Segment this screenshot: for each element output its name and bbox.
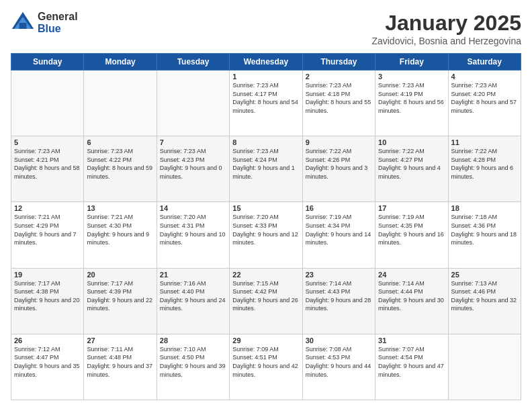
day-info: Sunrise: 7:16 AM Sunset: 4:40 PM Dayligh… [160,279,226,313]
calendar-cell-w2-d7: 11Sunrise: 7:22 AM Sunset: 4:28 PM Dayli… [448,136,521,202]
calendar-cell-w5-d4: 29Sunrise: 7:09 AM Sunset: 4:51 PM Dayli… [230,334,302,400]
calendar-cell-w4-d5: 23Sunrise: 7:14 AM Sunset: 4:43 PM Dayli… [302,268,375,334]
day-number: 13 [87,204,153,212]
day-info: Sunrise: 7:23 AM Sunset: 4:23 PM Dayligh… [160,147,226,181]
day-number: 3 [378,73,445,81]
calendar-cell-w5-d6: 31Sunrise: 7:07 AM Sunset: 4:54 PM Dayli… [375,334,448,400]
day-number: 27 [87,336,153,345]
calendar-week-5: 26Sunrise: 7:12 AM Sunset: 4:47 PM Dayli… [11,334,521,400]
day-number: 2 [306,73,372,81]
weekday-thursday: Thursday [302,54,375,71]
title-month: January 2025 [371,11,521,36]
weekday-sunday: Sunday [11,54,84,71]
day-info: Sunrise: 7:21 AM Sunset: 4:29 PM Dayligh… [14,213,81,246]
calendar-cell-w5-d5: 30Sunrise: 7:08 AM Sunset: 4:53 PM Dayli… [302,334,375,400]
calendar-header-row: Sunday Monday Tuesday Wednesday Thursday… [11,54,521,71]
day-info: Sunrise: 7:12 AM Sunset: 4:47 PM Dayligh… [14,345,81,379]
day-info: Sunrise: 7:21 AM Sunset: 4:30 PM Dayligh… [87,213,153,246]
calendar-table: Sunday Monday Tuesday Wednesday Thursday… [11,53,521,400]
day-info: Sunrise: 7:23 AM Sunset: 4:24 PM Dayligh… [232,147,299,181]
day-number: 11 [451,138,518,146]
day-info: Sunrise: 7:22 AM Sunset: 4:27 PM Dayligh… [378,147,445,181]
calendar-cell-w5-d3: 28Sunrise: 7:10 AM Sunset: 4:50 PM Dayli… [157,334,229,400]
calendar-cell-w3-d5: 16Sunrise: 7:19 AM Sunset: 4:34 PM Dayli… [302,202,375,268]
calendar-cell-w2-d2: 6Sunrise: 7:23 AM Sunset: 4:22 PM Daylig… [84,136,157,202]
calendar-cell-w5-d1: 26Sunrise: 7:12 AM Sunset: 4:47 PM Dayli… [11,334,84,400]
calendar-cell-w5-d2: 27Sunrise: 7:11 AM Sunset: 4:48 PM Dayli… [84,334,157,400]
day-number: 24 [378,271,445,279]
calendar-cell-w3-d1: 12Sunrise: 7:21 AM Sunset: 4:29 PM Dayli… [11,202,84,268]
day-number: 9 [306,138,372,146]
calendar-cell-w3-d6: 17Sunrise: 7:19 AM Sunset: 4:35 PM Dayli… [375,202,448,268]
day-number: 12 [14,204,81,212]
weekday-saturday: Saturday [448,54,521,71]
day-info: Sunrise: 7:17 AM Sunset: 4:38 PM Dayligh… [14,279,81,313]
day-number: 29 [232,336,299,345]
day-number: 25 [451,271,518,279]
calendar-cell-w3-d7: 18Sunrise: 7:18 AM Sunset: 4:36 PM Dayli… [448,202,521,268]
day-number: 30 [306,336,372,345]
logo-text: General Blue [38,11,78,34]
day-info: Sunrise: 7:19 AM Sunset: 4:35 PM Dayligh… [378,213,445,246]
day-info: Sunrise: 7:23 AM Sunset: 4:20 PM Dayligh… [451,81,518,115]
calendar-cell-w3-d3: 14Sunrise: 7:20 AM Sunset: 4:31 PM Dayli… [157,202,229,268]
day-info: Sunrise: 7:18 AM Sunset: 4:36 PM Dayligh… [451,213,518,246]
day-number: 19 [14,271,81,279]
weekday-tuesday: Tuesday [157,54,229,71]
day-number: 16 [306,204,372,212]
calendar-cell-w1-d7: 4Sunrise: 7:23 AM Sunset: 4:20 PM Daylig… [448,71,521,136]
day-number: 5 [14,138,81,146]
calendar-cell-w2-d1: 5Sunrise: 7:23 AM Sunset: 4:21 PM Daylig… [11,136,84,202]
day-number: 23 [306,271,372,279]
day-info: Sunrise: 7:22 AM Sunset: 4:28 PM Dayligh… [451,147,518,181]
calendar-cell-w2-d3: 7Sunrise: 7:23 AM Sunset: 4:23 PM Daylig… [157,136,229,202]
day-info: Sunrise: 7:23 AM Sunset: 4:17 PM Dayligh… [232,81,299,115]
header: General Blue January 2025 Zavidovici, Bo… [11,11,521,46]
day-info: Sunrise: 7:23 AM Sunset: 4:19 PM Dayligh… [378,81,445,115]
day-number: 15 [232,204,299,212]
day-number: 4 [451,73,518,81]
day-info: Sunrise: 7:15 AM Sunset: 4:42 PM Dayligh… [232,279,299,313]
logo-icon [11,11,35,35]
calendar-cell-w4-d3: 21Sunrise: 7:16 AM Sunset: 4:40 PM Dayli… [157,268,229,334]
logo-blue-text: Blue [38,23,78,35]
day-number: 7 [160,138,226,146]
day-number: 1 [232,73,299,81]
day-info: Sunrise: 7:20 AM Sunset: 4:33 PM Dayligh… [232,213,299,246]
day-info: Sunrise: 7:10 AM Sunset: 4:50 PM Dayligh… [160,345,226,379]
day-number: 21 [160,271,226,279]
day-number: 18 [451,204,518,212]
day-info: Sunrise: 7:22 AM Sunset: 4:26 PM Dayligh… [306,147,372,181]
calendar-cell-w4-d6: 24Sunrise: 7:14 AM Sunset: 4:44 PM Dayli… [375,268,448,334]
svg-rect-2 [19,23,27,29]
calendar-cell-w3-d2: 13Sunrise: 7:21 AM Sunset: 4:30 PM Dayli… [84,202,157,268]
calendar-week-2: 5Sunrise: 7:23 AM Sunset: 4:21 PM Daylig… [11,136,521,202]
calendar-cell-w2-d4: 8Sunrise: 7:23 AM Sunset: 4:24 PM Daylig… [230,136,302,202]
calendar-cell-w4-d2: 20Sunrise: 7:17 AM Sunset: 4:39 PM Dayli… [84,268,157,334]
weekday-wednesday: Wednesday [230,54,302,71]
day-number: 26 [14,336,81,345]
calendar-cell-w1-d6: 3Sunrise: 7:23 AM Sunset: 4:19 PM Daylig… [375,71,448,136]
day-number: 8 [232,138,299,146]
day-info: Sunrise: 7:14 AM Sunset: 4:43 PM Dayligh… [306,279,372,313]
day-info: Sunrise: 7:17 AM Sunset: 4:39 PM Dayligh… [87,279,153,313]
day-info: Sunrise: 7:11 AM Sunset: 4:48 PM Dayligh… [87,345,153,379]
calendar-cell-w1-d1 [11,71,84,136]
calendar-week-3: 12Sunrise: 7:21 AM Sunset: 4:29 PM Dayli… [11,202,521,268]
day-number: 6 [87,138,153,146]
day-number: 31 [378,336,445,345]
day-number: 28 [160,336,226,345]
weekday-friday: Friday [375,54,448,71]
calendar-cell-w1-d2 [84,71,157,136]
calendar-cell-w5-d7 [448,334,521,400]
calendar-cell-w4-d1: 19Sunrise: 7:17 AM Sunset: 4:38 PM Dayli… [11,268,84,334]
calendar-week-4: 19Sunrise: 7:17 AM Sunset: 4:38 PM Dayli… [11,268,521,334]
calendar-cell-w4-d4: 22Sunrise: 7:15 AM Sunset: 4:42 PM Dayli… [230,268,302,334]
logo-general-text: General [38,11,78,23]
calendar-cell-w1-d4: 1Sunrise: 7:23 AM Sunset: 4:17 PM Daylig… [230,71,302,136]
calendar-week-1: 1Sunrise: 7:23 AM Sunset: 4:17 PM Daylig… [11,71,521,136]
day-info: Sunrise: 7:14 AM Sunset: 4:44 PM Dayligh… [378,279,445,313]
day-info: Sunrise: 7:23 AM Sunset: 4:21 PM Dayligh… [14,147,81,181]
day-info: Sunrise: 7:23 AM Sunset: 4:18 PM Dayligh… [306,81,372,115]
title-block: January 2025 Zavidovici, Bosnia and Herz… [371,11,521,46]
